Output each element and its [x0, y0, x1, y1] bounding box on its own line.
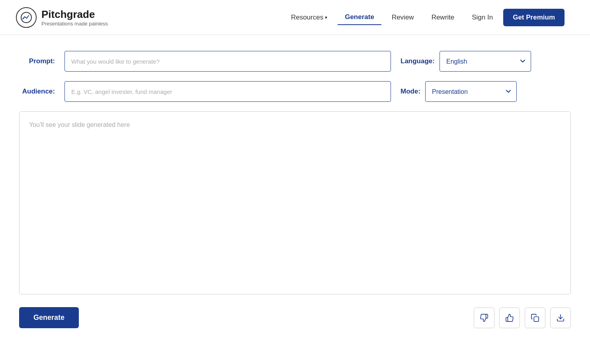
mode-select[interactable]: Presentation Document Summary [425, 81, 517, 102]
thumbs-down-button[interactable] [474, 308, 494, 328]
mode-label: Mode: [400, 88, 420, 95]
chevron-down-icon: ▾ [325, 15, 327, 20]
download-button[interactable] [550, 308, 571, 328]
download-icon [556, 313, 565, 322]
bottom-bar: Generate [19, 307, 571, 328]
language-label: Language: [400, 57, 435, 65]
thumbs-up-icon [505, 313, 514, 322]
nav-review[interactable]: Review [385, 10, 421, 25]
copy-button[interactable] [525, 308, 545, 328]
generate-button[interactable]: Generate [19, 307, 79, 328]
language-wrapper: Language: English Spanish French German … [400, 51, 531, 72]
logo-icon [16, 7, 37, 28]
thumbs-up-button[interactable] [499, 308, 520, 328]
nav-rewrite[interactable]: Rewrite [424, 10, 462, 25]
prompt-row: Prompt: Language: English Spanish French… [19, 51, 571, 72]
sign-in-button[interactable]: Sign In [465, 10, 500, 25]
audience-label: Audience: [19, 88, 55, 95]
get-premium-button[interactable]: Get Premium [503, 9, 565, 26]
brand-name: Pitchgrade [41, 8, 108, 21]
copy-icon [531, 313, 539, 322]
main-nav: Resources ▾ Generate Review Rewrite Sign… [284, 9, 565, 26]
action-buttons [474, 308, 571, 328]
svg-rect-1 [534, 317, 539, 321]
brand-tagline: Presentations made painless [41, 21, 108, 27]
main-content: Prompt: Language: English Spanish French… [0, 35, 590, 344]
header: Pitchgrade Presentations made painless R… [0, 0, 590, 35]
nav-resources[interactable]: Resources ▾ [284, 10, 334, 25]
preview-area: You'll see your slide generated here [19, 111, 571, 294]
mode-wrapper: Mode: Presentation Document Summary [400, 81, 517, 102]
audience-row: Audience: Mode: Presentation Document Su… [19, 81, 571, 102]
logo-text: Pitchgrade Presentations made painless [41, 8, 108, 27]
audience-input[interactable] [64, 81, 391, 102]
prompt-input[interactable] [64, 51, 391, 72]
logo-area[interactable]: Pitchgrade Presentations made painless [16, 7, 108, 28]
nav-generate[interactable]: Generate [338, 10, 381, 25]
language-select[interactable]: English Spanish French German Chinese Ja… [440, 51, 531, 72]
preview-placeholder: You'll see your slide generated here [29, 121, 130, 128]
prompt-label: Prompt: [19, 57, 55, 65]
thumbs-down-icon [480, 313, 488, 322]
